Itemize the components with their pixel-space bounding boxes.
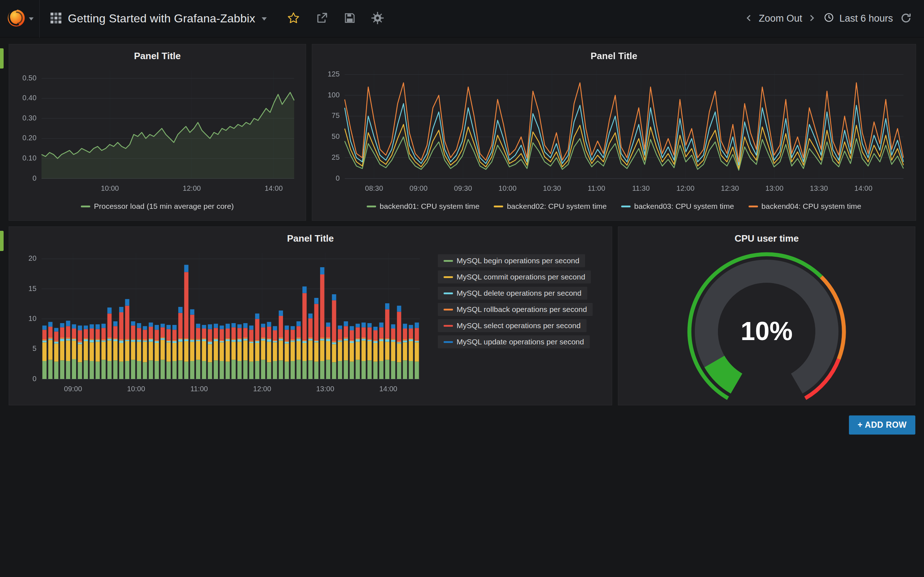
legend-item[interactable]: MySQL update operations per second bbox=[438, 335, 590, 348]
cpu-system-time-legend: backend01: CPU system timebackend02: CPU… bbox=[316, 198, 912, 214]
top-navbar: Getting Started with Grafana-Zabbix bbox=[0, 0, 924, 37]
legend-series-label: Processor load (15 min average per core) bbox=[94, 202, 234, 211]
share-button[interactable] bbox=[316, 12, 328, 25]
dashboard-body: Panel Title Processor load (15 min avera… bbox=[0, 37, 924, 435]
add-row-button[interactable]: + ADD ROW bbox=[849, 416, 915, 435]
star-icon bbox=[287, 11, 300, 26]
row-collapse-tab-1[interactable] bbox=[0, 48, 3, 69]
dashboard-row-2: Panel Title MySQL begin operations per s… bbox=[9, 226, 915, 405]
chevron-right-icon bbox=[807, 13, 816, 24]
legend-series-dash-icon bbox=[444, 309, 453, 311]
legend-series-dash-icon bbox=[444, 341, 453, 343]
time-controls: Zoom Out Last 6 hours bbox=[744, 12, 924, 25]
legend-item[interactable]: backend02: CPU system time bbox=[494, 202, 607, 211]
grafana-logo-icon bbox=[6, 8, 27, 30]
legend-series-label: backend02: CPU system time bbox=[507, 202, 607, 211]
refresh-icon bbox=[900, 12, 912, 25]
gear-icon bbox=[372, 12, 384, 25]
legend-series-dash-icon bbox=[444, 276, 453, 278]
panel-processor-load: Panel Title Processor load (15 min avera… bbox=[9, 44, 306, 221]
panel-title-mysql-operations[interactable]: Panel Title bbox=[13, 230, 608, 247]
row-collapse-tab-2[interactable] bbox=[0, 231, 3, 251]
legend-series-dash-icon bbox=[444, 260, 453, 262]
panel-title-cpu-user-time[interactable]: CPU user time bbox=[622, 230, 911, 247]
legend-series-dash-icon bbox=[494, 206, 503, 207]
save-button[interactable] bbox=[344, 12, 355, 25]
share-icon bbox=[316, 12, 328, 25]
panel-cpu-user-time: CPU user time bbox=[618, 226, 915, 405]
legend-series-dash-icon bbox=[444, 292, 453, 294]
legend-series-dash-icon bbox=[367, 206, 376, 207]
cpu-user-time-gauge bbox=[622, 247, 912, 409]
time-range-label: Last 6 hours bbox=[839, 13, 893, 24]
legend-item[interactable]: MySQL begin operations per second bbox=[438, 254, 585, 267]
time-picker[interactable]: Last 6 hours bbox=[824, 12, 893, 25]
legend-series-label: MySQL begin operations per second bbox=[457, 256, 579, 265]
legend-series-label: MySQL commit operations per second bbox=[457, 272, 585, 281]
legend-series-dash-icon bbox=[621, 206, 630, 207]
dashboard-grid-icon bbox=[50, 13, 61, 25]
dashboard-actions bbox=[287, 11, 384, 26]
legend-item[interactable]: backend04: CPU system time bbox=[749, 202, 861, 211]
legend-series-label: MySQL select operations per second bbox=[457, 321, 581, 330]
legend-series-label: backend04: CPU system time bbox=[762, 202, 861, 211]
dashboard-title-dropdown[interactable]: Getting Started with Grafana-Zabbix bbox=[40, 12, 278, 25]
mysql-operations-chart[interactable] bbox=[13, 247, 428, 398]
panel-title-processor-load[interactable]: Panel Title bbox=[13, 47, 302, 64]
zoom-out-label[interactable]: Zoom Out bbox=[759, 13, 802, 24]
legend-item[interactable]: MySQL select operations per second bbox=[438, 319, 586, 332]
mysql-operations-legend: MySQL begin operations per secondMySQL c… bbox=[428, 247, 608, 398]
grafana-menu-button[interactable] bbox=[0, 0, 40, 37]
title-caret-down-icon bbox=[262, 16, 267, 22]
zoom-out-left-button[interactable] bbox=[744, 13, 754, 24]
processor-load-chart[interactable] bbox=[13, 64, 303, 198]
processor-load-legend: Processor load (15 min average per core) bbox=[13, 198, 302, 214]
legend-item[interactable]: MySQL delete operations per second bbox=[438, 287, 587, 300]
panel-cpu-system-time: Panel Title backend01: CPU system timeba… bbox=[312, 44, 916, 221]
legend-series-label: backend03: CPU system time bbox=[634, 202, 734, 211]
panel-title-cpu-system-time[interactable]: Panel Title bbox=[316, 47, 912, 64]
legend-item[interactable]: Processor load (15 min average per core) bbox=[81, 202, 234, 211]
dashboard-title: Getting Started with Grafana-Zabbix bbox=[68, 12, 255, 25]
legend-series-dash-icon bbox=[749, 206, 758, 207]
zoom-out-right-button[interactable] bbox=[807, 13, 816, 24]
legend-series-label: MySQL delete operations per second bbox=[457, 289, 582, 298]
legend-series-dash-icon bbox=[81, 206, 90, 207]
settings-button[interactable] bbox=[372, 12, 384, 25]
save-icon bbox=[344, 12, 355, 25]
legend-item[interactable]: backend01: CPU system time bbox=[367, 202, 480, 211]
org-caret-down-icon bbox=[29, 16, 34, 22]
legend-series-label: backend01: CPU system time bbox=[380, 202, 480, 211]
legend-item[interactable]: MySQL commit operations per second bbox=[438, 271, 591, 284]
chevron-left-icon bbox=[744, 13, 754, 24]
star-button[interactable] bbox=[287, 11, 300, 26]
add-row-bar: + ADD ROW bbox=[9, 416, 915, 435]
legend-series-dash-icon bbox=[444, 325, 453, 327]
legend-item[interactable]: MySQL rollback operations per second bbox=[438, 303, 593, 316]
legend-series-label: MySQL update operations per second bbox=[457, 338, 584, 346]
panel-mysql-operations: Panel Title MySQL begin operations per s… bbox=[9, 226, 612, 405]
clock-icon bbox=[824, 12, 834, 25]
legend-item[interactable]: backend03: CPU system time bbox=[621, 202, 734, 211]
dashboard-row-1: Panel Title Processor load (15 min avera… bbox=[9, 44, 915, 221]
cpu-system-time-chart[interactable] bbox=[316, 64, 912, 198]
legend-series-label: MySQL rollback operations per second bbox=[457, 305, 587, 314]
refresh-button[interactable] bbox=[900, 12, 912, 25]
